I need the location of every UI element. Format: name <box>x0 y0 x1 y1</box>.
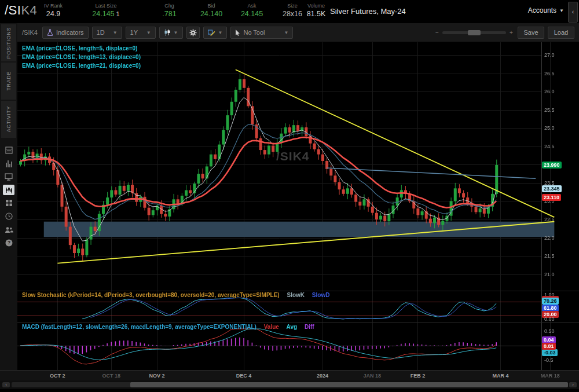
toolbar-symbol-label: /SIK4 <box>22 29 38 36</box>
clock-icon[interactable] <box>0 210 17 223</box>
time-axis-label: DEC 4 <box>236 373 252 379</box>
load-button[interactable]: Load <box>548 27 574 39</box>
macd-axis-bottom: -0.5 <box>544 357 554 363</box>
pane-divider[interactable] <box>17 291 579 291</box>
zoom-in-icon[interactable]: + <box>508 30 514 36</box>
range-dropdown[interactable]: 1Y ▼ <box>126 27 156 39</box>
tab-label: TRADE <box>6 71 12 91</box>
chart-toolbar: /SIK4 Indicators 1D ▼ 1Y ▼ ▼ ▼ No T <box>17 23 579 42</box>
left-gadget-sidebar: POSITIONS TRADE ACTIVITY ? <box>0 23 17 370</box>
field-ask: Ask 24.145 <box>232 3 272 18</box>
active-tool-dropdown[interactable]: No Tool ▼ <box>230 27 293 39</box>
study-label-ema-13[interactable]: EMA (price=CLOSE, length=13, displace=0) <box>22 54 141 60</box>
field-label: Chg <box>153 3 185 9</box>
market-depth-icon[interactable] <box>0 157 17 170</box>
price-axis-label: 22.5 <box>544 217 555 222</box>
field-label: Ask <box>232 3 272 9</box>
time-axis-label: MAR 18 <box>541 373 560 379</box>
time-axis[interactable]: OCT 2OCT 18NOV 2DEC 42024JAN 18FEB 2MAR … <box>0 370 579 380</box>
time-axis-label: JAN 18 <box>363 373 381 379</box>
horizontal-scrollbar: ‹ › <box>0 380 579 389</box>
symbol-title[interactable]: /SIK4 <box>5 3 37 18</box>
time-axis-label: OCT 2 <box>50 373 65 379</box>
price-axis-label: 21.5 <box>544 253 555 259</box>
price-axis-label: 24.5 <box>544 144 555 149</box>
zoom-out-icon[interactable]: − <box>434 30 440 36</box>
slowk-legend: SlowK <box>287 292 305 298</box>
price-axis-label: 25.5 <box>544 107 555 113</box>
chart-icon[interactable] <box>3 185 14 195</box>
trading-platform-window: /SIK4 IV Rank 24.9 Last Size 24.1451 Chg… <box>0 0 579 392</box>
chevron-down-icon: ▼ <box>113 30 118 35</box>
slowd-legend: SlowD <box>312 292 330 298</box>
scrollbar-track[interactable] <box>12 382 567 387</box>
chart-watermark: /SIK4 <box>276 149 310 163</box>
accounts-label: Accounts <box>528 6 556 14</box>
sidebar-tab-trade[interactable]: TRADE <box>1 63 16 100</box>
stochastic-study-label[interactable]: Slow Stochastic (kPeriod=14, dPeriod=3, … <box>22 292 280 298</box>
chevron-down-icon: ▼ <box>174 30 178 35</box>
field-value: 81.5K <box>302 10 330 18</box>
macd-study-label[interactable]: MACD (fastLength=12, slowLength=26, macd… <box>22 324 256 330</box>
flask-icon <box>47 29 53 36</box>
grid-icon[interactable] <box>0 196 17 210</box>
time-axis-label: NOV 2 <box>149 373 164 379</box>
chevron-down-icon: ▼ <box>284 30 289 35</box>
field-label: IV Rank <box>36 3 71 9</box>
chart-style-dropdown[interactable]: ▼ <box>159 27 183 39</box>
study-label-ema-21[interactable]: EMA (price=CLOSE, length=21, displace=0) <box>22 63 141 69</box>
last-price-badge: 23.990 <box>542 162 562 168</box>
field-value: 24.1451 <box>80 10 132 18</box>
field-label: Bid <box>191 3 232 9</box>
price-axis-label: 26.5 <box>544 71 555 76</box>
price-axis-label: 25.0 <box>544 125 555 131</box>
field-bid: Bid 24.140 <box>191 3 232 18</box>
people-icon[interactable] <box>0 223 17 236</box>
price-axis-label: 22.0 <box>544 235 555 241</box>
price-axis-label: 27.0 <box>544 52 555 58</box>
notes-icon[interactable] <box>0 144 17 157</box>
drawing-set-dropdown[interactable]: ▼ <box>203 27 228 39</box>
chart-settings-button[interactable] <box>186 27 200 39</box>
quote-bar: /SIK4 IV Rank 24.9 Last Size 24.1451 Chg… <box>0 0 579 23</box>
study-label-ema-5[interactable]: EMA (price=CLOSE, length=5, displace=0) <box>22 45 137 52</box>
ema21-value-badge: 23.110 <box>542 194 561 201</box>
macd-avg-legend: Avg <box>287 324 298 330</box>
chevron-down-icon: ▼ <box>218 30 223 35</box>
macd-value-legend: Value <box>264 324 279 330</box>
pane-divider[interactable] <box>17 322 579 323</box>
zoom-slider[interactable] <box>442 31 506 34</box>
monitor-icon[interactable] <box>0 170 17 184</box>
scroll-right-arrow[interactable]: › <box>569 382 577 387</box>
zoom-slider-thumb[interactable] <box>468 30 481 35</box>
indicators-label: Indicators <box>56 29 84 36</box>
scrollbar-thumb[interactable] <box>130 382 568 387</box>
sidebar-tab-positions[interactable]: POSITIONS <box>1 24 16 61</box>
indicators-button[interactable]: Indicators <box>42 27 89 39</box>
interval-dropdown[interactable]: 1D ▼ <box>92 27 122 39</box>
tab-label: ACTIVITY <box>6 106 12 132</box>
price-chart-canvas[interactable] <box>17 42 579 291</box>
price-axis-label: 21.0 <box>544 272 555 277</box>
field-volume: Volume 81.5K <box>302 3 330 18</box>
zoom-control: − + <box>434 30 514 36</box>
chevron-down-icon: ▼ <box>146 30 151 35</box>
range-value: 1Y <box>130 29 138 36</box>
save-button[interactable]: Save <box>518 27 544 39</box>
sidebar-tab-activity[interactable]: ACTIVITY <box>1 101 16 138</box>
symbol-description: Silver Futures, May-24 <box>330 7 406 16</box>
macd-study-row: MACD (fastLength=12, slowLength=26, macd… <box>22 324 314 330</box>
chevron-down-icon: ▼ <box>559 8 564 13</box>
field-value: 24.145 <box>232 10 272 18</box>
gear-icon <box>189 29 197 36</box>
help-icon[interactable]: ? <box>0 236 17 250</box>
field-last-size: Last Size 24.1451 <box>80 3 132 18</box>
svg-text:?: ? <box>7 240 10 246</box>
accounts-dropdown[interactable]: Accounts ▼ <box>528 6 564 14</box>
collapse-panel-button[interactable]: ‹ <box>568 2 578 23</box>
field-chg: Chg .781 <box>153 3 185 18</box>
time-axis-label: FEB 2 <box>411 373 426 379</box>
macd-avg-badge: -0.03 <box>542 349 558 356</box>
scroll-left-arrow[interactable]: ‹ <box>2 382 10 387</box>
interval-value: 1D <box>97 29 105 36</box>
